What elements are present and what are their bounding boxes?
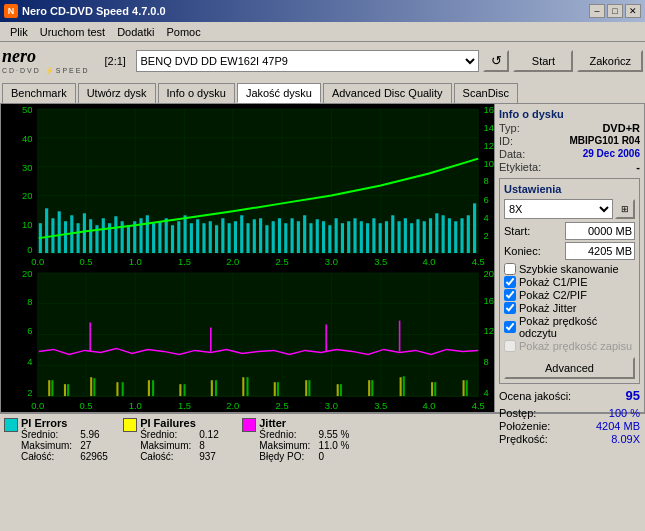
speed-select[interactable]: 8X <box>504 199 613 219</box>
pi-avg-label: Średnio: <box>21 429 58 440</box>
svg-rect-142 <box>148 380 150 396</box>
svg-rect-95 <box>435 213 438 253</box>
close-button[interactable]: ✕ <box>625 4 641 18</box>
end-mb-row: Koniec: <box>504 242 635 260</box>
disc-type-label: Typ: <box>499 122 520 134</box>
checkbox-read-speed: Pokaż prędkość odczytu <box>504 315 635 339</box>
checkbox-c1pie-input[interactable] <box>504 276 516 288</box>
svg-rect-112 <box>38 273 479 397</box>
disc-label-label: Etykieta: <box>499 161 541 173</box>
chart-svg: 50 40 30 20 10 0 16 14 12 10 8 6 4 2 <box>1 104 494 412</box>
disc-info-title: Info o dysku <box>499 108 640 120</box>
maximize-button[interactable]: □ <box>607 4 623 18</box>
svg-rect-145 <box>242 377 244 396</box>
checkbox-szybkie-input[interactable] <box>504 263 516 275</box>
svg-text:0: 0 <box>27 245 32 255</box>
svg-text:3.0: 3.0 <box>325 401 338 411</box>
svg-rect-82 <box>353 218 356 253</box>
svg-rect-150 <box>400 377 402 396</box>
pi-max-label: Maksimum: <box>21 440 72 451</box>
svg-rect-79 <box>335 218 338 253</box>
svg-text:0.5: 0.5 <box>79 401 92 411</box>
menu-plik[interactable]: Plik <box>4 24 34 40</box>
start-button[interactable]: Start <box>513 50 573 72</box>
checkbox-jitter-input[interactable] <box>504 302 516 314</box>
minimize-button[interactable]: – <box>589 4 605 18</box>
svg-text:4: 4 <box>484 388 489 398</box>
svg-text:50: 50 <box>22 105 33 115</box>
svg-text:8: 8 <box>27 297 32 307</box>
svg-rect-158 <box>184 384 186 396</box>
svg-rect-87 <box>385 221 388 253</box>
progress-row: Postęp: 100 % <box>499 407 640 419</box>
drive-select[interactable]: BENQ DVD DD EW162I 47P9 <box>136 50 480 72</box>
menu-dodatki[interactable]: Dodatki <box>111 24 160 40</box>
title-bar: N Nero CD-DVD Speed 4.7.0.0 – □ ✕ <box>0 0 645 22</box>
svg-rect-38 <box>77 223 80 253</box>
tab-scandisc[interactable]: ScanDisc <box>454 83 518 103</box>
svg-rect-147 <box>305 380 307 396</box>
checkboxes-container: Szybkie skanowanie Pokaż C1/PIE Pokaż C2… <box>504 263 635 352</box>
checkbox-c2pif-input[interactable] <box>504 289 516 301</box>
pi-errors-data: PI Errors Średnio: 5.96 Maksimum: 27 Cał… <box>21 417 115 462</box>
menu-pomoc[interactable]: Pomoc <box>160 24 206 40</box>
svg-text:2.5: 2.5 <box>276 401 289 411</box>
tab-info[interactable]: Info o dysku <box>158 83 235 103</box>
advanced-button[interactable]: Advanced <box>504 357 635 379</box>
quality-value: 95 <box>626 388 640 403</box>
speed-icon-btn[interactable]: ⊞ <box>615 199 635 219</box>
tab-utworz[interactable]: Utwórz dysk <box>78 83 156 103</box>
checkbox-szybkie-label: Szybkie skanowanie <box>519 263 619 275</box>
pif-avg: Średnio: 0.12 <box>140 429 234 440</box>
svg-rect-159 <box>215 380 217 396</box>
svg-rect-39 <box>83 213 86 253</box>
refresh-button[interactable]: ↺ <box>483 50 509 72</box>
start-mb-input[interactable] <box>565 222 635 240</box>
svg-text:1.5: 1.5 <box>178 401 191 411</box>
pif-total: Całość: 937 <box>140 451 234 462</box>
svg-rect-81 <box>347 221 350 253</box>
checkbox-read-speed-input[interactable] <box>504 321 516 333</box>
menu-uruchom[interactable]: Uruchom test <box>34 24 111 40</box>
svg-rect-58 <box>202 223 205 253</box>
svg-rect-90 <box>404 218 407 253</box>
mb-settings: Start: Koniec: <box>504 222 635 260</box>
svg-rect-76 <box>316 219 319 253</box>
tab-jakosc[interactable]: Jakość dysku <box>237 83 321 103</box>
checkbox-c2pif: Pokaż C2/PIF <box>504 289 635 301</box>
close-app-button[interactable]: Zakończ <box>577 50 643 72</box>
checkbox-write-speed-input[interactable] <box>504 340 516 352</box>
svg-text:8: 8 <box>484 358 489 368</box>
position-label: Położenie: <box>499 420 550 432</box>
svg-text:2: 2 <box>27 388 32 398</box>
jitter-data: Jitter Średnio: 9.55 % Maksimum: 11.0 % … <box>259 417 353 462</box>
end-mb-input[interactable] <box>565 242 635 260</box>
svg-rect-54 <box>177 221 180 253</box>
svg-text:16: 16 <box>484 296 494 306</box>
svg-rect-149 <box>368 380 370 396</box>
svg-text:6: 6 <box>484 196 489 206</box>
tab-advanced[interactable]: Advanced Disc Quality <box>323 83 452 103</box>
pi-errors-total: Całość: 62965 <box>21 451 115 462</box>
svg-text:1.5: 1.5 <box>178 257 191 267</box>
app-icon: N <box>4 4 18 18</box>
tab-benchmark[interactable]: Benchmark <box>2 83 76 103</box>
svg-rect-86 <box>379 223 382 253</box>
start-mb-row: Start: <box>504 222 635 240</box>
window-controls: – □ ✕ <box>589 4 641 18</box>
svg-text:40: 40 <box>22 134 33 144</box>
svg-rect-91 <box>410 223 413 253</box>
info-panel: Info o dysku Typ: DVD+R ID: MBIPG101 R04… <box>494 104 644 412</box>
nero-sub: CD·DVD ⚡SPEED <box>2 67 90 75</box>
svg-rect-154 <box>67 384 69 396</box>
svg-rect-72 <box>291 218 294 253</box>
nero-text: nero <box>2 46 90 67</box>
pi-failures-rows: Średnio: 0.12 Maksimum: 8 Całość: 937 <box>140 429 234 462</box>
pi-failures-label: PI Failures <box>140 417 234 429</box>
jitter-max: Maksimum: 11.0 % <box>259 440 353 451</box>
svg-text:14: 14 <box>484 123 494 133</box>
svg-rect-65 <box>246 223 249 253</box>
start-mb-label: Start: <box>504 225 530 237</box>
svg-text:4.5: 4.5 <box>472 401 485 411</box>
position-row: Położenie: 4204 MB <box>499 420 640 432</box>
